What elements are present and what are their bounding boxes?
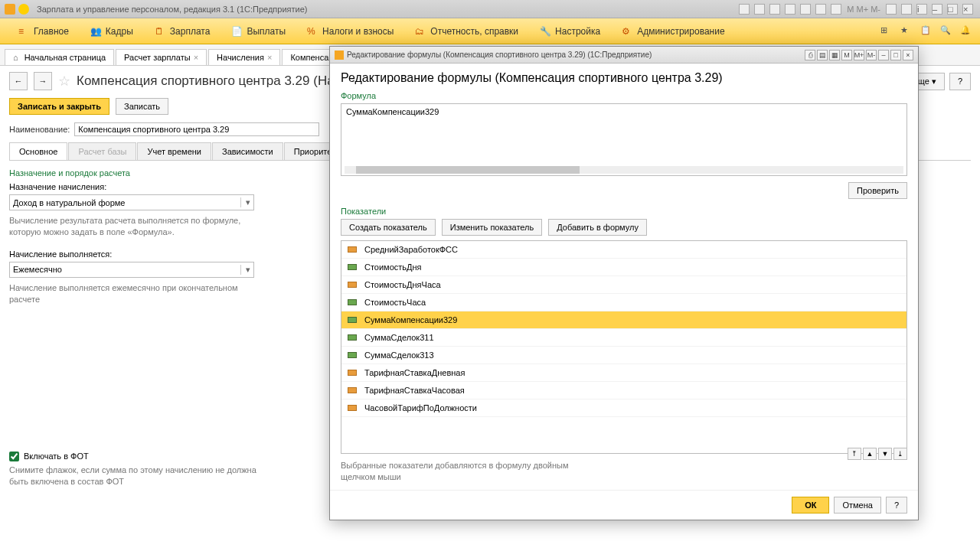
indicator-icon — [348, 352, 357, 358]
formula-input[interactable]: СуммаКомпенсации329 — [341, 103, 907, 176]
nav-back[interactable]: ← — [9, 72, 28, 90]
subtab-zavisimosti[interactable]: Зависимости — [212, 142, 283, 160]
indicator-icon — [348, 264, 357, 270]
app-title: Зарплата и управление персоналом, редакц… — [37, 5, 307, 14]
indicators-label: Показатели — [341, 207, 907, 216]
move-down-icon[interactable]: ▼ — [878, 448, 892, 460]
periodicity-select[interactable]: Ежемесячно▾ — [9, 262, 254, 278]
indicator-row[interactable]: СреднийЗаработокФСС — [341, 241, 906, 259]
tab-home[interactable]: Начальная страница — [5, 49, 114, 65]
help-button[interactable]: ? — [886, 497, 907, 514]
menu-main[interactable]: ≡Главное — [8, 18, 80, 44]
clipboard-icon[interactable]: 📋 — [920, 25, 933, 37]
menu-zarplata[interactable]: 🗒Зарплата — [144, 18, 221, 44]
minimize-icon[interactable]: – — [878, 50, 889, 60]
doc-icon[interactable]: ▤ — [817, 50, 828, 60]
fot-label: Включать в ФОТ — [24, 452, 89, 461]
indicator-row[interactable]: СуммаКомпенсации329 — [341, 311, 906, 329]
add-to-formula-button[interactable]: Добавить в формулу — [548, 219, 647, 236]
minimize-icon[interactable]: – — [932, 4, 942, 15]
dialog-window-title: Редактирование формулы (Компенсация спор… — [347, 51, 652, 59]
tab-nachisleniya[interactable]: Начисления× — [208, 49, 280, 65]
indicator-row[interactable]: СтоимостьДня — [341, 259, 906, 276]
subtab-raschet-bazy[interactable]: Расчет базы — [68, 142, 136, 160]
mplus-icon[interactable]: M+ — [854, 50, 864, 60]
move-bottom-icon[interactable]: ⤓ — [893, 448, 907, 460]
menu-vyplaty[interactable]: 📄Выплаты — [220, 18, 296, 44]
app-icon — [5, 4, 15, 15]
indicator-icon — [348, 387, 357, 393]
sys-icon[interactable] — [739, 4, 750, 15]
indicators-list[interactable]: СреднийЗаработокФСССтоимостьДняСтоимость… — [341, 240, 907, 454]
sys-icon[interactable] — [901, 4, 912, 15]
name-input[interactable] — [74, 122, 319, 136]
os-titlebar: Зарплата и управление персоналом, редакц… — [0, 0, 980, 18]
dialog-titlebar[interactable]: Редактирование формулы (Компенсация спор… — [330, 47, 918, 64]
sys-icon[interactable] — [831, 4, 841, 15]
calc-icon[interactable]: ▦ — [829, 50, 840, 60]
main-menubar: ≡Главное 👥Кадры 🗒Зарплата 📄Выплаты %Нало… — [0, 18, 980, 44]
sys-icon[interactable] — [800, 4, 811, 15]
indicator-row[interactable]: ТарифнаяСтавкаЧасовая — [341, 382, 906, 399]
page-title: Компенсация спортивного центра 3.29 (Нач — [77, 73, 341, 89]
close-icon[interactable]: × — [194, 53, 198, 62]
indicator-row[interactable]: ЧасовойТарифПоДолжности — [341, 399, 906, 417]
m-icon[interactable]: M — [841, 50, 852, 60]
nav-forward[interactable]: → — [34, 72, 52, 90]
help-button[interactable]: ? — [949, 73, 971, 90]
indicator-row[interactable]: СтоимостьДняЧаса — [341, 276, 906, 294]
menu-kadry[interactable]: 👥Кадры — [80, 18, 144, 44]
check-button[interactable]: Проверить — [848, 182, 907, 199]
subtab-uchet[interactable]: Учет времени — [137, 142, 211, 160]
cancel-button[interactable]: Отмена — [834, 497, 880, 514]
close-icon[interactable]: × — [903, 50, 913, 60]
apps-icon[interactable]: ⊞ — [880, 25, 893, 37]
indicator-icon — [348, 282, 357, 288]
close-icon[interactable]: × — [962, 4, 973, 15]
menu-admin[interactable]: ⚙Администрирование — [611, 18, 735, 44]
move-top-icon[interactable]: ⤒ — [848, 448, 861, 460]
purpose-select[interactable]: Доход в натуральной форме▾ — [9, 194, 254, 210]
sys-icon[interactable] — [754, 4, 765, 15]
indicator-name: СуммаКомпенсации329 — [364, 315, 457, 324]
close-icon[interactable]: × — [267, 53, 272, 62]
indicator-name: СуммаСделок313 — [364, 350, 434, 360]
tab-raschet[interactable]: Расчет зарплаты× — [116, 49, 207, 65]
mminus-icon[interactable]: M- — [866, 50, 877, 60]
subtab-osnovnoe[interactable]: Основное — [9, 142, 67, 160]
favorite-icon[interactable]: ☆ — [58, 73, 70, 90]
fot-hint: Снимите флажок, если сумма по этому начи… — [9, 465, 262, 488]
maximize-icon[interactable]: □ — [947, 4, 958, 15]
app-icon-2 — [18, 4, 29, 15]
formula-text: СуммаКомпенсации329 — [346, 107, 439, 116]
help-icon[interactable]: i — [916, 4, 927, 15]
print-icon[interactable]: ⎙ — [805, 50, 815, 60]
indicator-icon — [348, 405, 357, 411]
save-close-button[interactable]: Записать и закрыть — [9, 98, 109, 115]
sys-icon[interactable] — [886, 4, 897, 15]
create-indicator-button[interactable]: Создать показатель — [341, 219, 436, 236]
name-label: Наименование: — [9, 125, 70, 134]
move-up-icon[interactable]: ▲ — [863, 448, 877, 460]
sys-icon[interactable] — [769, 4, 780, 15]
search-icon[interactable]: 🔍 — [940, 25, 952, 37]
calc-hint: Вычисление результата расчета выполняетс… — [9, 215, 262, 239]
maximize-icon[interactable]: □ — [890, 50, 901, 60]
indicator-row[interactable]: СтоимостьЧаса — [341, 294, 906, 311]
star-icon[interactable]: ★ — [900, 25, 913, 37]
bell-icon[interactable]: 🔔 — [960, 25, 972, 37]
sys-icon[interactable] — [785, 4, 795, 15]
scrollbar[interactable] — [345, 166, 903, 174]
indicator-row[interactable]: ТарифнаяСтавкаДневная — [341, 364, 906, 382]
ok-button[interactable]: ОК — [792, 497, 829, 514]
sys-icon[interactable] — [815, 4, 826, 15]
edit-indicator-button[interactable]: Изменить показатель — [442, 219, 543, 236]
menu-nastroika[interactable]: 🔧Настройка — [529, 18, 611, 44]
indicator-row[interactable]: СуммаСделок311 — [341, 329, 906, 347]
indicator-row[interactable]: СуммаСделок313 — [341, 347, 906, 364]
menu-nalogi[interactable]: %Налоги и взносы — [296, 18, 404, 44]
menu-otchet[interactable]: 🗂Отчетность, справки — [404, 18, 529, 44]
fot-checkbox[interactable] — [9, 452, 19, 461]
save-button[interactable]: Записать — [116, 98, 168, 115]
indicator-name: ТарифнаяСтавкаДневная — [364, 368, 465, 377]
